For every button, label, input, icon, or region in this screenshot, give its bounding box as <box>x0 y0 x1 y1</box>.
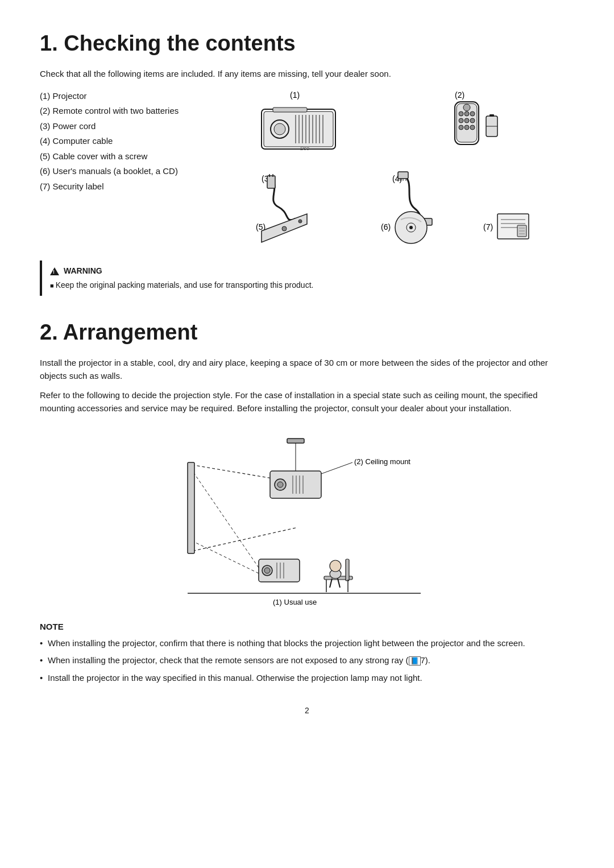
contents-layout: (1) Projector (2) Remote control with tw… <box>40 88 574 251</box>
svg-point-43 <box>282 226 287 231</box>
svg-text:(7): (7) <box>483 222 493 232</box>
note-title: NOTE <box>40 621 574 634</box>
svg-text:(6): (6) <box>381 222 391 232</box>
page-number: 2 <box>40 705 574 717</box>
note-item: When installing the projector, check tha… <box>40 654 574 667</box>
svg-rect-37 <box>398 172 408 179</box>
svg-text:Dse: Dse <box>300 146 309 151</box>
section2-intro1: Install the projector in a stable, cool,… <box>40 357 574 382</box>
svg-line-62 <box>194 528 296 551</box>
svg-rect-16 <box>273 108 307 112</box>
ceiling-label: (2) Ceiling mount <box>354 457 410 466</box>
svg-text:(1): (1) <box>290 90 300 100</box>
svg-line-89 <box>194 542 259 573</box>
list-item: (3) Power cord <box>40 120 233 133</box>
svg-rect-30 <box>489 114 494 117</box>
svg-point-23 <box>464 118 469 123</box>
note-item: When installing the projector, confirm t… <box>40 637 574 650</box>
svg-point-27 <box>470 125 475 130</box>
svg-rect-60 <box>188 462 194 553</box>
warning-title: WARNING <box>50 265 566 277</box>
list-item: (4) Computer cable <box>40 135 233 148</box>
items-diagrams: (1) (2) <box>233 88 574 251</box>
svg-point-28 <box>463 104 470 111</box>
arrangement-diagram-svg: (2) Ceiling mount <box>171 428 443 610</box>
svg-point-50 <box>409 226 413 229</box>
note-list: When installing the projector, confirm t… <box>40 637 574 685</box>
list-item: (1) Projector <box>40 90 233 103</box>
svg-point-19 <box>459 111 463 116</box>
svg-text:(2): (2) <box>455 90 464 100</box>
svg-point-22 <box>459 118 463 123</box>
list-item: (5) Cable cover with a screw <box>40 150 233 163</box>
section-checking-contents: 1. Checking the contents Check that all … <box>40 27 574 296</box>
warning-text: Keep the original packing materials, and… <box>50 279 566 291</box>
svg-point-84 <box>264 568 270 573</box>
note-section: NOTE When installing the projector, conf… <box>40 621 574 684</box>
arrangement-diagram: (2) Ceiling mount <box>40 428 574 610</box>
svg-rect-75 <box>346 559 349 581</box>
svg-point-26 <box>464 125 469 130</box>
svg-rect-64 <box>287 439 304 443</box>
svg-point-79 <box>330 560 341 572</box>
svg-point-67 <box>277 482 283 487</box>
svg-rect-33 <box>267 176 275 188</box>
svg-point-5 <box>274 123 285 135</box>
svg-line-88 <box>194 474 259 568</box>
items-list: (1) Projector (2) Remote control with tw… <box>40 88 233 251</box>
section2-title: 2. Arrangement <box>40 316 574 349</box>
svg-point-20 <box>464 111 469 116</box>
section-arrangement: 2. Arrangement Install the projector in … <box>40 316 574 684</box>
svg-point-21 <box>470 111 475 116</box>
items-diagram-svg: (1) (2) <box>233 88 574 247</box>
svg-point-24 <box>470 118 475 123</box>
note-item: Install the projector in the way specifi… <box>40 672 574 685</box>
section1-title: 1. Checking the contents <box>40 27 574 60</box>
warning-triangle-icon <box>50 267 59 275</box>
section1-intro: Check that all the following items are i… <box>40 68 574 81</box>
section2-intro2: Refer to the following to decide the pro… <box>40 389 574 415</box>
list-item: (6) User's manuals (a booklet, a CD) <box>40 165 233 178</box>
svg-line-72 <box>321 462 352 474</box>
svg-point-25 <box>459 125 463 130</box>
list-item: (7) Security label <box>40 180 233 193</box>
list-item: (2) Remote control with two batteries <box>40 105 233 118</box>
warning-box: WARNING Keep the original packing materi… <box>40 261 574 296</box>
usual-label: (1) Usual use <box>273 598 317 606</box>
